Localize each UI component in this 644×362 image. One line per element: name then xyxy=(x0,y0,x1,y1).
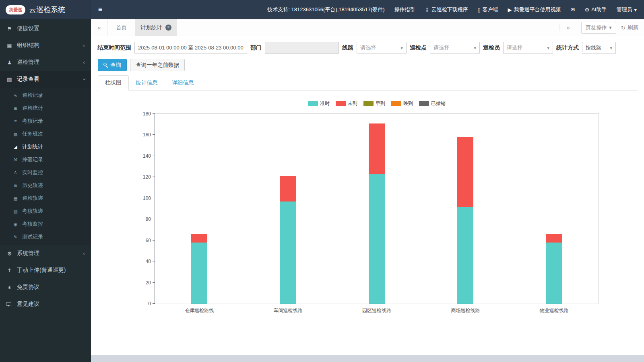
sidebar-item-organization[interactable]: ▦ 组织结构 ‹ xyxy=(0,37,91,54)
support-text: 技术支持: 18123631056(平台),18194053517(硬件) xyxy=(267,6,384,13)
tab-close-icon[interactable]: × xyxy=(165,25,171,31)
subitem-label: 巡检记录 xyxy=(22,92,43,99)
tab-plan-stats[interactable]: 计划统计 × xyxy=(135,19,177,36)
refresh-button[interactable]: ↻ 刷新 xyxy=(621,24,638,31)
legend-swatch-icon xyxy=(363,101,374,106)
person-select-value: 请选择 xyxy=(507,44,522,51)
y-axis-tick-label: 160 xyxy=(136,132,151,138)
sidebar-item-disclaimer[interactable]: ∗ 免责协议 xyxy=(0,279,91,296)
patrol-point-select[interactable]: 请选择 ▾ xyxy=(430,42,480,54)
subitem-label: 考核记录 xyxy=(22,117,43,125)
stat-method-select[interactable]: 按线路 ▾ xyxy=(582,42,616,54)
video-link[interactable]: ▶ 我爱巡平台使用视频 xyxy=(508,6,561,13)
bar-segment[interactable] xyxy=(280,176,296,202)
legend-item[interactable]: 早到 xyxy=(363,100,385,107)
bar-segment[interactable] xyxy=(457,207,473,304)
sidebar-subitem-assessment-monitor[interactable]: ◉ 考核监控 xyxy=(0,218,91,230)
sidebar-item-quick-settings[interactable]: ⚑ 便捷设置 xyxy=(0,20,91,37)
app-logo[interactable]: 我爱巡 云巡检系统 xyxy=(0,0,91,19)
guide-link[interactable]: 操作指引 xyxy=(394,6,415,13)
sidebar-subitem-patrol-track[interactable]: ▤ 巡检轨迹 xyxy=(0,192,91,205)
bar-segment[interactable] xyxy=(546,243,562,304)
hammer-icon: ⚒ xyxy=(12,157,19,162)
sidebar-subitem-task-shifts[interactable]: ▦ 任务班次 xyxy=(0,128,91,140)
sidebar-item-patrol-management[interactable]: ♟ 巡检管理 ‹ xyxy=(0,54,91,71)
sidebar-toggle-button[interactable]: ≡ xyxy=(91,0,109,19)
legend-label: 准时 xyxy=(320,100,330,107)
caret-down-icon: ▾ xyxy=(610,45,612,51)
legend-label: 未到 xyxy=(348,100,357,107)
ai-assistant-link[interactable]: ⚙ AI助手 xyxy=(585,6,607,13)
bar-segment[interactable] xyxy=(191,234,207,243)
sidebar-subitem-plan-stats[interactable]: ◢ 计划统计 xyxy=(0,140,91,153)
sidebar-subitem-patrol-records[interactable]: ∿ 巡检记录 xyxy=(0,89,91,102)
y-axis-tick-label: 20 xyxy=(136,280,151,286)
plan-stats-panel: 结束时间范围 部门 线路 请选择 ▾ 巡检点 请选择 ▾ 巡检员 请选择 ▾ xyxy=(91,36,644,355)
bar-segment[interactable] xyxy=(457,137,473,207)
bar-segment[interactable] xyxy=(546,234,562,243)
history-icon: ≋ xyxy=(12,183,19,188)
sidebar-subitem-drop-records[interactable]: ⚒ 摔砸记录 xyxy=(0,153,91,166)
download-link[interactable]: ↧ 云巡检下载程序 xyxy=(425,6,468,13)
stacked-bar[interactable] xyxy=(457,114,473,304)
sidebar-item-record-view[interactable]: ▥ 记录查看 ‹ xyxy=(0,71,91,88)
sidebar-subitem-test-records[interactable]: ✎ 测试记录 xyxy=(0,230,91,243)
bar-segment[interactable] xyxy=(369,174,385,304)
sidebar-item-manual-upload[interactable]: ↥ 手动上传(普通巡更) xyxy=(0,262,91,279)
line-select[interactable]: 请选择 ▾ xyxy=(357,42,407,54)
sidebar-subitem-realtime-monitor[interactable]: ♙ 实时监控 xyxy=(0,166,91,179)
tab-strip-right: » 页签操作 ▾ ↻ 刷新 xyxy=(559,19,644,36)
client-link[interactable]: ▯ 客户端 xyxy=(477,6,498,13)
subitem-label: 巡检轨迹 xyxy=(22,195,43,202)
bottom-gutter xyxy=(91,355,644,362)
sidebar-subitem-assessment-track[interactable]: ▧ 考核轨迹 xyxy=(0,205,91,218)
sidebar-item-system-management[interactable]: ⚙ 系统管理 ‹ xyxy=(0,245,91,262)
chevron-left-icon: ‹ xyxy=(83,250,85,257)
list-icon: ≡ xyxy=(12,119,19,123)
tab-detail-info[interactable]: 详细信息 xyxy=(165,75,201,90)
sidebar-subitem-patrol-stats[interactable]: ⊞ 巡检统计 xyxy=(0,102,91,115)
upload-icon: ↥ xyxy=(6,267,13,274)
tab-bar-chart[interactable]: 柱状图 xyxy=(98,75,129,90)
department-input[interactable] xyxy=(265,42,339,54)
y-axis-tick xyxy=(153,177,155,177)
caret-down-icon: ▾ xyxy=(609,25,612,31)
tabs-scroll-left-button[interactable]: « xyxy=(91,19,108,36)
legend-label: 已撤销 xyxy=(431,100,446,107)
y-axis-tick xyxy=(153,240,155,241)
tab-statistics-info[interactable]: 统计信息 xyxy=(129,75,165,90)
legend-item[interactable]: 已撤销 xyxy=(419,100,446,107)
sidebar-subitem-history-track[interactable]: ≋ 历史轨迹 xyxy=(0,179,91,192)
subitem-label: 考核轨迹 xyxy=(22,208,43,215)
legend-item[interactable]: 晚到 xyxy=(391,100,413,107)
y-axis-tick-label: 40 xyxy=(136,259,151,264)
stacked-bar[interactable] xyxy=(546,114,562,304)
admin-menu[interactable]: 管理员 ▾ xyxy=(616,6,637,13)
y-axis-tick-label: 120 xyxy=(136,174,151,180)
patrol-person-select[interactable]: 请选择 ▾ xyxy=(503,42,553,54)
y-axis-tick-label: 180 xyxy=(136,111,151,117)
sidebar-item-feedback[interactable]: 意见建议 xyxy=(0,296,91,313)
search-button[interactable]: 查询 xyxy=(98,59,127,71)
sidebar-subitem-assessment-records[interactable]: ≡ 考核记录 xyxy=(0,115,91,128)
content-area: « 首页 计划统计 × » 页签操作 ▾ ↻ 刷新 xyxy=(91,19,644,362)
stacked-bar[interactable] xyxy=(191,114,207,304)
bar-segment[interactable] xyxy=(191,243,207,304)
legend-swatch-icon xyxy=(336,101,346,106)
bar-segment[interactable] xyxy=(280,202,296,304)
bar-segment[interactable] xyxy=(369,123,385,174)
legend-item[interactable]: 未到 xyxy=(336,100,357,107)
legend-item[interactable]: 准时 xyxy=(308,100,330,107)
tab-home[interactable]: 首页 xyxy=(108,19,135,36)
chart-legend: 准时未到早到晚到已撤销 xyxy=(155,100,599,107)
stacked-bar[interactable] xyxy=(280,114,296,304)
date-range-input[interactable] xyxy=(134,42,247,54)
messages-button[interactable]: ✉ xyxy=(571,7,575,13)
main-layout: ⚑ 便捷设置 ▦ 组织结构 ‹ ♟ 巡检管理 ‹ ▥ 记录查看 ‹ ∿ 巡检记录… xyxy=(0,19,644,362)
tabs-scroll-right-button[interactable]: » xyxy=(559,24,576,31)
sidebar-item-label: 系统管理 xyxy=(17,250,39,257)
query-older-data-button[interactable]: 查询一年之前数据 xyxy=(130,59,185,71)
refresh-label: 刷新 xyxy=(627,24,638,31)
tab-operations-button[interactable]: 页签操作 ▾ xyxy=(581,22,616,34)
stacked-bar[interactable] xyxy=(369,114,385,304)
